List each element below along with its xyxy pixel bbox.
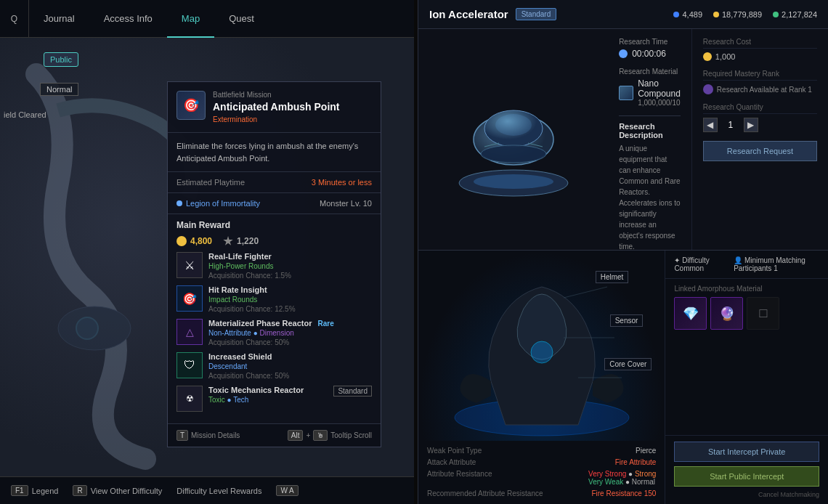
time-icon <box>619 49 628 58</box>
quantity-decrease[interactable]: ◀ <box>703 118 718 132</box>
nav-quest[interactable]: Quest <box>214 0 269 38</box>
mission-description: Eliminate the forces lying in ambush at … <box>168 133 381 172</box>
mission-meta: Battlefield Mission Anticipated Ambush P… <box>213 91 372 123</box>
reward-section: Main Reward 4,800 1,220 ⚔ Real-Life <box>168 214 381 423</box>
mission-header: 🎯 Battlefield Mission Anticipated Ambush… <box>168 82 381 133</box>
green-dot <box>773 12 779 17</box>
footer-tooltip-scroll: Alt + 🖱 Tooltip Scroll <box>288 430 372 441</box>
linked-item-1: 💎 <box>674 297 707 330</box>
rb-right-header: ✦ Difficulty Common 👤 Minimum Matching P… <box>665 251 828 278</box>
nav-map[interactable]: Map <box>167 0 214 38</box>
playtime-label: Estimated Playtime <box>176 178 245 187</box>
linked-item-2: 🔮 <box>710 297 743 330</box>
item-badge: Standard <box>516 8 557 20</box>
core-cover-label: Core Cover <box>604 358 652 370</box>
playtime-value: 3 Minutes or less <box>312 178 372 187</box>
move-key: W A <box>276 485 298 496</box>
item-name: Hit Rate Insight <box>208 285 372 294</box>
mission-playtime: Estimated Playtime 3 Minutes or less <box>168 172 381 193</box>
blue-dot <box>673 12 679 17</box>
research-time-section: Research Time 00:00:06 <box>619 38 681 59</box>
research-cost-field: Research Cost 1,000 <box>703 38 817 61</box>
item-icon: ⚔ <box>176 252 203 278</box>
mission-icon: 🎯 <box>176 91 206 120</box>
mission-details-key: T <box>176 430 188 441</box>
map-area: Public Normal ield Cleared 🎯 Battlefield… <box>0 38 414 504</box>
gold-icon <box>176 236 187 246</box>
item-info: Materialized Phase Reactor Rare Non-Attr… <box>208 319 372 346</box>
map-public-label: Public <box>44 52 78 67</box>
svg-point-9 <box>495 114 532 136</box>
svg-point-1 <box>76 317 98 339</box>
item-name: Increased Shield <box>208 352 372 361</box>
mission-name: Anticipated Ambush Point <box>213 101 372 113</box>
footer-mission-details: T Mission Details <box>176 430 240 441</box>
item-icon: 🎯 <box>176 285 203 312</box>
research-request-button[interactable]: Research Request <box>703 141 817 161</box>
item-info: Toxic Mechanics Reactor Toxic ● Tech <box>208 386 328 405</box>
research-time-value: 00:00:06 <box>619 49 681 59</box>
sensor-label: Sensor <box>610 314 644 327</box>
model-3d <box>441 78 586 201</box>
mastery-field: Required Mastery Rank Research Available… <box>703 70 817 94</box>
item-chance: Acquisition Chance: 1.5% <box>208 272 372 280</box>
difficulty-label: View Other Difficulty <box>91 487 163 495</box>
research-cost-label: Research Cost <box>703 38 817 49</box>
difficulty-tag: ✦ Difficulty Common <box>674 256 723 272</box>
linked-item-3: □ <box>747 297 779 330</box>
difficulty-value: Common <box>674 264 704 272</box>
stat-blue-value: 4,489 <box>682 10 702 19</box>
item-name: Real-Life Fighter <box>208 252 372 261</box>
min-match-value: 1 <box>774 264 778 272</box>
weak-point-row: Weak Point Type Pierce <box>427 447 656 455</box>
tooltip-label: Tooltip Scroll <box>330 431 372 439</box>
monster-level: Monster Lv. 10 <box>320 199 372 208</box>
item-chance: Acquisition Chance: 12.5% <box>208 305 372 313</box>
difficulty-key[interactable]: R View Other Difficulty <box>73 485 162 496</box>
mastery-label: Required Mastery Rank <box>703 70 817 81</box>
boss-area: Helmet Sensor Core Cover <box>418 251 665 441</box>
linked-items: 💎 🔮 □ <box>674 297 819 330</box>
recommended-resistance-row: Recommended Attribute Resistance Fire Re… <box>427 489 656 497</box>
rt-body: Research Time 00:00:06 Research Material… <box>418 29 828 250</box>
material-amount: 1,000,000/10 <box>638 99 681 107</box>
rb-body: Helmet Sensor Core Cover Weak Point Type… <box>418 251 828 504</box>
rt-model-area <box>418 29 608 250</box>
nav-icon[interactable]: Q <box>0 0 29 38</box>
svg-line-12 <box>564 287 607 298</box>
rt-info: Research Time 00:00:06 Research Material… <box>608 29 691 250</box>
difficulty-label: Difficulty <box>682 256 710 264</box>
nav-access-info[interactable]: Access Info <box>89 0 167 38</box>
item-chance: Acquisition Chance: 50% <box>208 338 372 346</box>
standard-badge: Standard <box>333 386 372 397</box>
start-intercept-private-button[interactable]: Start Intercept Private <box>674 442 819 462</box>
legend-key: F1 Legend <box>11 485 58 496</box>
item-chance: Acquisition Chance: 50% <box>208 372 372 380</box>
research-time-label: Research Time <box>619 38 681 46</box>
map-normal-label: Normal <box>40 83 78 96</box>
rb-right: ✦ Difficulty Common 👤 Minimum Matching P… <box>665 251 828 504</box>
helmet-label: Helmet <box>596 271 629 283</box>
nav-journal[interactable]: Journal <box>29 0 89 38</box>
svg-point-11 <box>531 341 553 363</box>
quantity-control: ◀ 1 ▶ <box>703 118 817 132</box>
gold-reward: 4,800 <box>176 236 212 246</box>
cancel-matchmaking-label: Cancel Matchmaking <box>758 491 819 498</box>
faction-name: Legion of Immortality <box>176 199 260 208</box>
quantity-increase[interactable]: ▶ <box>744 118 758 132</box>
stat-green-value: 2,127,824 <box>782 10 817 19</box>
cost-icon <box>703 52 712 61</box>
weak-point-value: Pierce <box>636 447 656 455</box>
start-public-intercept-button[interactable]: Start Public Intercept <box>674 466 819 487</box>
min-match-tag: 👤 Minimum Matching Participants 1 <box>734 256 819 272</box>
rb-left: Helmet Sensor Core Cover Weak Point Type… <box>418 251 665 504</box>
min-match-label: Minimum Matching Participants <box>734 256 805 272</box>
reward-item: 🛡 Increased Shield Descendant Acquisitio… <box>176 352 372 380</box>
resistance-label: Attribute Resistance <box>427 470 492 478</box>
item-info: Hit Rate Insight Impact Rounds Acquisiti… <box>208 285 372 313</box>
item-info: Increased Shield Descendant Acquisition … <box>208 352 372 380</box>
left-panel: Q Journal Access Info Map Quest Public N… <box>0 0 414 504</box>
mission-popup: 🎯 Battlefield Mission Anticipated Ambush… <box>167 81 381 447</box>
item-icon: 🛡 <box>176 352 203 378</box>
rewards-label: Difficulty Level Rewards <box>176 487 261 495</box>
